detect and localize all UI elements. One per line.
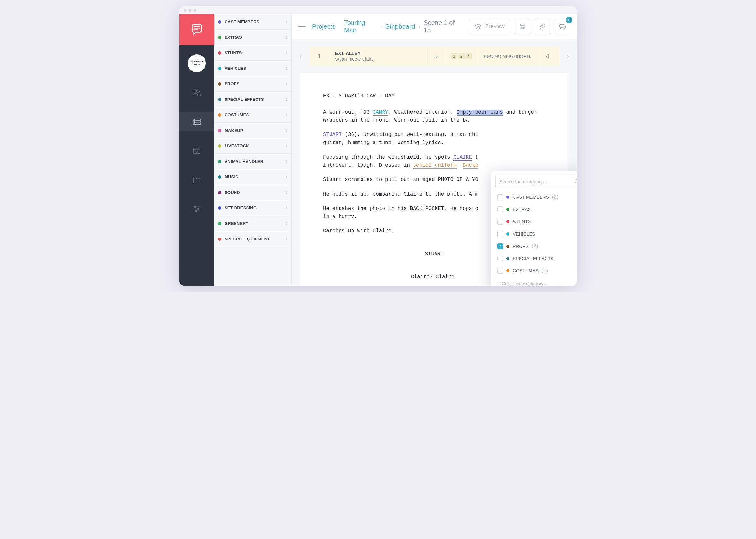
- sidebar-item[interactable]: GREENERY›: [214, 216, 291, 231]
- picker-item[interactable]: CAST MEMBERS (2): [495, 191, 577, 203]
- sidebar-item[interactable]: MAKEUP›: [214, 123, 291, 138]
- category-color-dot: [506, 269, 509, 272]
- app-logo[interactable]: [179, 14, 214, 45]
- window-dot: [184, 9, 187, 12]
- sidebar-item[interactable]: SPECIAL EFFECTS›: [214, 92, 291, 107]
- nav-cast-icon[interactable]: [179, 83, 214, 102]
- sidebar-item-label: STUNTS: [225, 50, 286, 55]
- layers-icon: [475, 23, 482, 30]
- checkbox[interactable]: [497, 206, 503, 212]
- chevron-right-icon: ›: [286, 189, 287, 196]
- svg-rect-17: [521, 28, 523, 29]
- chevron-right-icon: ›: [286, 142, 287, 149]
- print-button[interactable]: [515, 19, 530, 34]
- tagged-costume[interactable]: school uniform: [413, 163, 456, 169]
- nav-folder-icon[interactable]: [179, 171, 214, 189]
- next-scene-button[interactable]: ›: [561, 46, 574, 66]
- tagged-prop[interactable]: Empty beer cans: [457, 110, 503, 116]
- prev-scene-button[interactable]: ‹: [294, 46, 307, 66]
- tagged-vehicle[interactable]: CAMRY: [373, 110, 388, 116]
- menu-icon[interactable]: [298, 24, 306, 30]
- nav-breakdown-icon[interactable]: [179, 113, 214, 130]
- svg-point-13: [194, 206, 196, 208]
- scene-characters: 124: [445, 46, 478, 66]
- scene-strip-row: ‹ 1 EXT. ALLEY Stuart meets Claire. D 12…: [292, 39, 577, 66]
- nav-calendar-icon[interactable]: [179, 141, 214, 160]
- category-color-dot: [506, 220, 509, 223]
- create-category-button[interactable]: + Create new category...: [495, 277, 577, 286]
- picker-item[interactable]: VEHICLES: [495, 228, 577, 240]
- category-search-input[interactable]: [499, 179, 572, 184]
- tagged-costume[interactable]: Backp: [463, 163, 478, 169]
- svg-point-1: [197, 90, 200, 93]
- tagged-cast[interactable]: STUART: [323, 132, 342, 138]
- picker-item[interactable]: SPECIAL EFFECTS: [495, 252, 577, 265]
- sidebar-item-label: SPECIAL EQUIPMENT: [225, 237, 286, 241]
- svg-rect-16: [520, 24, 524, 26]
- link-button[interactable]: [535, 19, 550, 34]
- window-dot: [189, 9, 191, 12]
- category-color-dot: [218, 114, 221, 116]
- category-list[interactable]: CAST MEMBERS (2)EXTRAS STUNTS VEHICLES ✓…: [495, 191, 577, 277]
- chevron-right-icon: ›: [339, 23, 341, 31]
- crumb-section[interactable]: Stripboard: [385, 23, 415, 31]
- sidebar-item[interactable]: SPECIAL EQUIPMENT›: [214, 231, 291, 247]
- comments-button[interactable]: 12: [555, 19, 570, 34]
- picker-item[interactable]: STUNTS: [495, 215, 577, 228]
- picker-item-label: PROPS: [513, 244, 529, 249]
- sidebar-item[interactable]: ANIMAL HANDLER›: [214, 154, 291, 169]
- category-color-dot: [218, 20, 221, 24]
- checkbox[interactable]: [497, 219, 503, 225]
- category-color-dot: [218, 238, 221, 241]
- tagged-cast[interactable]: CLAIRE: [453, 154, 472, 161]
- category-color-dot: [218, 160, 221, 163]
- sidebar-item-label: SET DRESSING: [225, 205, 286, 210]
- picker-item[interactable]: EXTRAS: [495, 203, 577, 215]
- picker-item[interactable]: COSTUMES (1): [495, 265, 577, 277]
- chevron-right-icon: ›: [286, 174, 287, 180]
- category-picker-popup: CAST MEMBERS (2)EXTRAS STUNTS VEHICLES ✓…: [491, 171, 577, 286]
- chevron-right-icon: ›: [286, 65, 287, 72]
- sidebar-item[interactable]: EXTRAS›: [214, 30, 291, 45]
- checkbox[interactable]: [497, 268, 503, 274]
- category-color-dot: [218, 176, 221, 179]
- sidebar-item-label: VEHICLES: [225, 66, 286, 71]
- sidebar-item[interactable]: CAST MEMBERS›: [214, 14, 291, 30]
- svg-rect-2: [193, 119, 201, 120]
- script-line: Focusing through the windshield, he spot…: [323, 153, 545, 170]
- scene-strip[interactable]: 1 EXT. ALLEY Stuart meets Claire. D 124 …: [309, 46, 559, 66]
- sidebar-item[interactable]: COSTUMES›: [214, 107, 291, 123]
- category-color-dot: [218, 67, 221, 70]
- category-search[interactable]: [495, 175, 577, 188]
- sidebar-item[interactable]: LIVESTOCK›: [214, 138, 291, 154]
- sidebar-item[interactable]: PROPS›: [214, 76, 291, 92]
- svg-rect-4: [193, 123, 201, 125]
- link-icon: [539, 23, 546, 30]
- chevron-right-icon: ›: [286, 112, 287, 118]
- checkbox[interactable]: ✓: [497, 243, 503, 249]
- sidebar-item-label: MAKEUP: [225, 128, 286, 133]
- svg-rect-3: [193, 121, 201, 122]
- crumb-projects[interactable]: Projects: [312, 23, 335, 31]
- checkbox[interactable]: [497, 256, 503, 262]
- sidebar-item-label: GREENERY: [225, 221, 286, 226]
- chevron-right-icon: ›: [286, 204, 287, 211]
- category-color-dot: [506, 232, 509, 236]
- topbar: Projects › Touring Man › Stripboard › Sc…: [292, 14, 577, 39]
- checkbox[interactable]: [497, 194, 503, 200]
- preview-button[interactable]: Preview: [469, 19, 510, 34]
- category-color-dot: [218, 206, 221, 210]
- sidebar-item[interactable]: SOUND›: [214, 185, 291, 200]
- crumb-project[interactable]: Touring Man: [344, 19, 377, 34]
- sidebar-item[interactable]: VEHICLES›: [214, 61, 291, 76]
- picker-item[interactable]: ✓PROPS (2): [495, 240, 577, 252]
- category-color-dot: [218, 51, 221, 55]
- checkbox[interactable]: [497, 231, 503, 237]
- app-window: TOURING MAN CAST MEMBERS›EXTRAS›STUNTS›V…: [179, 6, 577, 286]
- project-badge[interactable]: TOURING MAN: [188, 54, 206, 72]
- scene-description: Stuart meets Claire.: [335, 56, 375, 62]
- sidebar-item[interactable]: SET DRESSING›: [214, 200, 291, 216]
- nav-sliders-icon[interactable]: [179, 200, 214, 218]
- sidebar-item[interactable]: STUNTS›: [214, 45, 291, 61]
- sidebar-item[interactable]: MUSIC›: [214, 169, 291, 185]
